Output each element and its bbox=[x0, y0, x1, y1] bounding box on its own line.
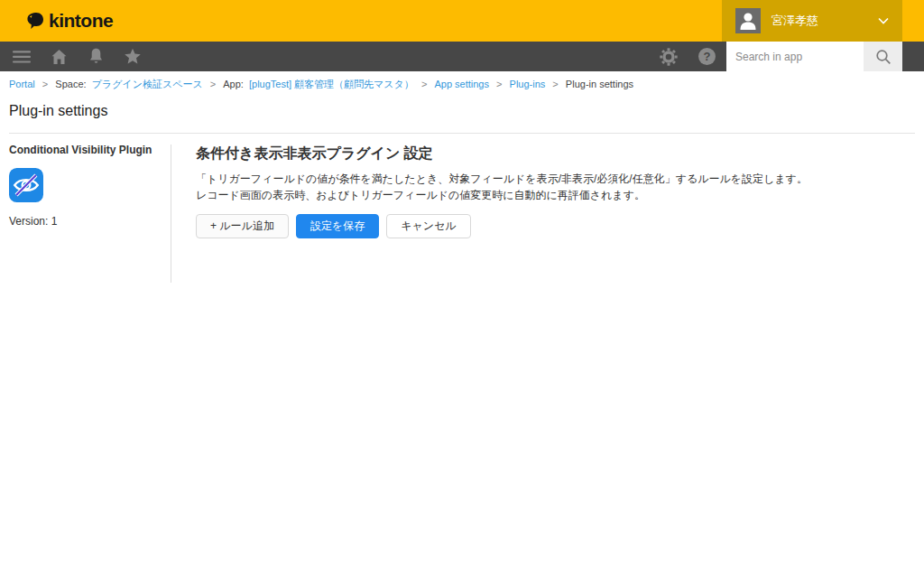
app-header: kintone 宮澤孝慈 bbox=[0, 0, 924, 42]
add-rule-button[interactable]: + ルール追加 bbox=[196, 214, 289, 238]
toolbar-left bbox=[0, 48, 148, 66]
plugin-sidebar: Conditional Visibility Plugin Version: 1 bbox=[9, 141, 171, 283]
page-title: Plug-in settings bbox=[9, 103, 924, 119]
action-buttons: + ルール追加 設定を保存 キャンセル bbox=[196, 214, 808, 238]
toolbar-right: ? bbox=[653, 42, 924, 71]
breadcrumb-current: Plug-in settings bbox=[566, 79, 633, 89]
app-search bbox=[726, 42, 902, 71]
breadcrumb-separator: > bbox=[42, 79, 48, 89]
eye-off-icon bbox=[9, 168, 43, 202]
kintone-logo[interactable]: kintone bbox=[24, 10, 113, 32]
search-icon bbox=[875, 49, 892, 65]
plugin-settings-content: Conditional Visibility Plugin Version: 1… bbox=[0, 134, 924, 283]
plugin-name: Conditional Visibility Plugin bbox=[9, 144, 171, 156]
search-button[interactable] bbox=[864, 42, 902, 71]
plugin-description: 「トリガーフィールドの値が条件を満たしたとき、対象フィールドを表示/非表示/必須… bbox=[196, 172, 808, 203]
hamburger-icon[interactable] bbox=[13, 48, 31, 66]
toolbar: ? bbox=[0, 42, 924, 71]
search-input[interactable] bbox=[726, 42, 864, 71]
breadcrumb-app-link[interactable]: [plugTest] 顧客管理（顧問先マスタ） bbox=[249, 79, 414, 89]
breadcrumb-separator: > bbox=[496, 79, 502, 89]
bell-icon[interactable] bbox=[87, 48, 105, 66]
breadcrumb-separator: > bbox=[421, 79, 427, 89]
breadcrumb-space-prefix: Space: bbox=[55, 79, 86, 89]
help-icon[interactable]: ? bbox=[698, 48, 716, 65]
plugin-description-line1: 「トリガーフィールドの値が条件を満たしたとき、対象フィールドを表示/非表示/必須… bbox=[196, 172, 808, 188]
kintone-bird-icon bbox=[24, 11, 45, 32]
breadcrumb-portal[interactable]: Portal bbox=[9, 79, 35, 89]
chevron-down-icon bbox=[878, 17, 889, 24]
breadcrumb-separator: > bbox=[552, 79, 558, 89]
breadcrumb: Portal > Space: プラグイン検証スペース > App: [plug… bbox=[0, 71, 924, 91]
breadcrumb-space-link[interactable]: プラグイン検証スペース bbox=[92, 79, 203, 89]
user-menu[interactable]: 宮澤孝慈 bbox=[722, 0, 902, 42]
user-name: 宮澤孝慈 bbox=[772, 13, 878, 29]
breadcrumb-app-prefix: App: bbox=[223, 79, 244, 89]
plugin-version: Version: 1 bbox=[9, 215, 171, 228]
logo-wordmark: kintone bbox=[49, 10, 113, 32]
plugin-settings-title: 条件付き表示非表示プラグイン 設定 bbox=[196, 144, 808, 163]
star-icon[interactable] bbox=[124, 48, 142, 66]
home-icon[interactable] bbox=[50, 48, 68, 66]
plugin-description-line2: レコード画面の表示時、およびトリガーフィールドの値変更時に自動的に再評価されます… bbox=[196, 188, 808, 204]
avatar bbox=[735, 8, 761, 33]
plugin-settings-main: 条件付き表示非表示プラグイン 設定 「トリガーフィールドの値が条件を満たしたとき… bbox=[171, 141, 808, 283]
save-settings-button[interactable]: 設定を保存 bbox=[296, 214, 379, 238]
breadcrumb-app-settings-link[interactable]: App settings bbox=[434, 79, 489, 89]
gear-icon[interactable] bbox=[660, 48, 678, 66]
breadcrumb-plugins-link[interactable]: Plug-ins bbox=[510, 79, 546, 89]
cancel-button[interactable]: キャンセル bbox=[386, 214, 470, 238]
breadcrumb-separator: > bbox=[210, 79, 216, 89]
